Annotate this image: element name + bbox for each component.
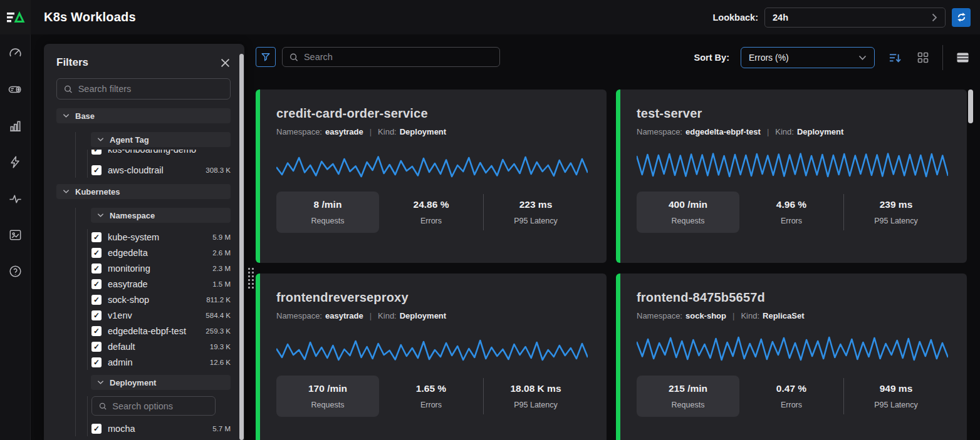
chevron-down-icon bbox=[97, 137, 104, 142]
workload-card[interactable]: frontendreverseproxy Namespace:easytrade… bbox=[256, 274, 607, 440]
main-scrollbar[interactable] bbox=[968, 90, 973, 123]
dashboards-icon[interactable] bbox=[8, 227, 23, 242]
toolbar-divider bbox=[942, 45, 943, 70]
errors-stat[interactable]: 1.65 % Errors bbox=[379, 383, 483, 409]
checkbox[interactable]: ✓ bbox=[91, 232, 102, 242]
option-count: 811.2 K bbox=[206, 296, 231, 304]
filter-section-kubernetes[interactable]: Kubernetes bbox=[56, 184, 231, 199]
checkbox[interactable]: ✓ bbox=[91, 150, 102, 155]
filter-option[interactable]: ✓edgedelta2.6 M bbox=[91, 245, 231, 260]
filter-option[interactable]: ✓v1env584.4 K bbox=[91, 307, 231, 323]
checkbox[interactable]: ✓ bbox=[91, 424, 102, 434]
filter-option[interactable]: ✓kube-system5.9 M bbox=[91, 229, 231, 245]
gauge-icon[interactable] bbox=[8, 46, 23, 61]
close-icon[interactable] bbox=[219, 57, 231, 68]
filter-section-label: Agent Tag bbox=[110, 135, 149, 145]
filter-section-label: Base bbox=[75, 111, 95, 121]
table-view-button[interactable] bbox=[954, 50, 971, 65]
filter-section-deployment[interactable]: Deployment bbox=[91, 375, 231, 390]
grid-view-button[interactable] bbox=[915, 49, 931, 66]
lookback-label: Lookback: bbox=[712, 13, 758, 23]
workload-title: frontendreverseproxy bbox=[276, 290, 588, 305]
filters-search[interactable] bbox=[56, 78, 231, 100]
workload-card[interactable]: credit-card-order-service Namespace:easy… bbox=[256, 90, 607, 263]
app-logo[interactable] bbox=[0, 0, 31, 34]
latency-stat[interactable]: 949 ms P95 Latency bbox=[844, 383, 948, 409]
lookback-value: 24h bbox=[773, 13, 932, 23]
filter-option[interactable]: ✓monitoring2.3 M bbox=[91, 260, 231, 276]
option-count: 308.3 K bbox=[206, 166, 231, 174]
page-title: K8s Workloads bbox=[44, 10, 136, 24]
latency-stat[interactable]: 239 ms P95 Latency bbox=[844, 199, 948, 225]
chevron-down-icon bbox=[63, 189, 70, 194]
requests-sparkline bbox=[637, 331, 948, 366]
requests-sparkline bbox=[276, 147, 588, 182]
lightning-icon[interactable] bbox=[8, 155, 23, 170]
kind-value: Deployment bbox=[400, 311, 446, 320]
option-count: 584.4 K bbox=[206, 312, 231, 319]
deployment-options-search-input[interactable] bbox=[112, 401, 208, 411]
refresh-button[interactable] bbox=[952, 8, 971, 27]
checkbox[interactable]: ✓ bbox=[91, 295, 102, 305]
kind-value: Deployment bbox=[400, 127, 446, 136]
checkbox[interactable]: ✓ bbox=[91, 279, 102, 289]
filters-scrollbar[interactable] bbox=[239, 54, 244, 440]
workload-card[interactable]: test-server Namespace:edgedelta-ebpf-tes… bbox=[616, 90, 967, 263]
chevron-right-icon bbox=[932, 13, 937, 22]
filter-section-label: Kubernetes bbox=[75, 187, 120, 197]
checkbox[interactable]: ✓ bbox=[91, 310, 102, 320]
workload-search-input[interactable] bbox=[304, 52, 493, 62]
filter-option[interactable]: ✓edgedelta-ebpf-test259.3 K bbox=[91, 323, 231, 339]
filter-section-namespace[interactable]: Namespace bbox=[91, 208, 231, 223]
checkbox[interactable]: ✓ bbox=[91, 263, 102, 274]
sort-by-select[interactable]: Errors (%) bbox=[741, 47, 875, 68]
latency-stat[interactable]: 223 ms P95 Latency bbox=[484, 199, 588, 225]
workload-title: credit-card-order-service bbox=[276, 106, 588, 121]
table-view-icon bbox=[957, 53, 969, 63]
filter-option[interactable]: ✓sock-shop811.2 K bbox=[91, 292, 231, 307]
sort-direction-button[interactable] bbox=[886, 49, 904, 66]
requests-stat[interactable]: 170 /min Requests bbox=[276, 376, 379, 417]
checkbox[interactable]: ✓ bbox=[91, 248, 102, 258]
workload-title: test-server bbox=[637, 106, 948, 121]
checkbox[interactable]: ✓ bbox=[91, 342, 102, 352]
option-count: 1.5 M bbox=[212, 280, 231, 288]
help-icon[interactable] bbox=[8, 263, 23, 279]
checkbox[interactable]: ✓ bbox=[91, 165, 102, 175]
logs-icon[interactable] bbox=[8, 82, 23, 97]
filter-section-base[interactable]: Base bbox=[56, 108, 231, 123]
funnel-icon bbox=[261, 52, 271, 62]
workload-card[interactable]: frontend-8475b5657d Namespace:sock-shop … bbox=[616, 274, 967, 440]
latency-stat[interactable]: 18.08 K ms P95 Latency bbox=[484, 383, 588, 409]
filter-option[interactable]: ✓ k8s-onboarding-demo bbox=[91, 150, 231, 157]
filter-option[interactable]: ✓default19.3 K bbox=[91, 339, 231, 354]
errors-stat[interactable]: 24.86 % Errors bbox=[379, 199, 483, 225]
checkbox[interactable]: ✓ bbox=[91, 357, 102, 367]
checkbox[interactable]: ✓ bbox=[91, 326, 102, 336]
filter-toggle-button[interactable] bbox=[256, 47, 276, 67]
search-icon bbox=[64, 84, 73, 94]
filter-option[interactable]: ✓easytrade1.5 M bbox=[91, 276, 231, 292]
requests-stat[interactable]: 400 /min Requests bbox=[637, 192, 739, 233]
deployment-options-search[interactable] bbox=[91, 396, 216, 416]
requests-stat[interactable]: 8 /min Requests bbox=[276, 192, 379, 233]
requests-stat[interactable]: 215 /min Requests bbox=[637, 376, 739, 417]
workload-search[interactable] bbox=[282, 47, 500, 67]
panel-resize-handle[interactable] bbox=[248, 268, 254, 289]
filter-option[interactable]: ✓admin12.6 K bbox=[91, 354, 231, 370]
filters-search-input[interactable] bbox=[78, 84, 223, 94]
left-nav-rail bbox=[0, 34, 31, 440]
filter-option[interactable]: ✓ mocha 5.7 M bbox=[91, 421, 231, 436]
filter-option[interactable]: ✓ aws-cloudtrail 308.3 K bbox=[91, 162, 231, 178]
workload-meta: Namespace:easytrade | Kind:Deployment bbox=[276, 127, 588, 136]
errors-stat[interactable]: 4.96 % Errors bbox=[739, 199, 843, 225]
errors-stat[interactable]: 0.47 % Errors bbox=[739, 383, 843, 409]
lookback-selector[interactable]: 24h bbox=[764, 8, 946, 28]
namespace-value: easytrade bbox=[325, 127, 363, 136]
bar-chart-icon[interactable] bbox=[8, 118, 23, 133]
search-icon bbox=[289, 53, 298, 62]
requests-sparkline bbox=[637, 147, 948, 182]
namespace-value: easytrade bbox=[325, 311, 363, 320]
pulse-icon[interactable] bbox=[8, 191, 23, 206]
filter-section-agent-tag[interactable]: Agent Tag bbox=[91, 132, 231, 147]
